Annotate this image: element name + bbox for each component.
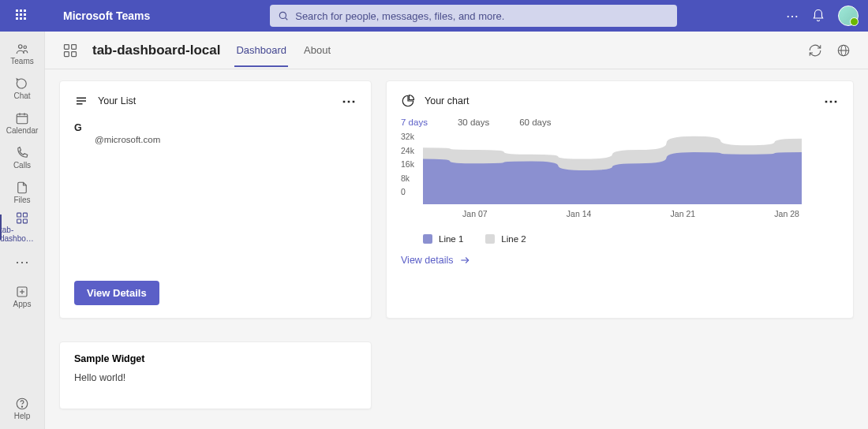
more-icon: ⋯ [15, 255, 30, 269]
svg-rect-4 [17, 114, 28, 124]
search-placeholder: Search for people, messages, files, and … [295, 10, 504, 22]
calendar-icon [15, 111, 29, 125]
rail-item-chat[interactable]: Chat [0, 73, 44, 104]
list-icon [74, 94, 88, 108]
range-30-days[interactable]: 30 days [458, 118, 489, 127]
top-bar: Microsoft Teams Search for people, messa… [0, 0, 868, 32]
app-launcher-icon[interactable] [16, 9, 28, 22]
globe-icon[interactable] [836, 43, 851, 58]
rail-item-calendar[interactable]: Calendar [0, 107, 44, 139]
list-primary: G [74, 122, 357, 133]
search-wrap: Search for people, messages, files, and … [270, 5, 677, 27]
rail-item-calls[interactable]: Calls [0, 142, 44, 173]
svg-rect-11 [23, 219, 27, 223]
tab-app-icon [62, 43, 78, 58]
apps-add-icon [15, 285, 29, 299]
chart-svg [423, 132, 802, 204]
rail-label: Chat [13, 91, 30, 100]
app-rail: Teams Chat Calendar Calls Files tab-dash… [0, 32, 45, 429]
help-icon [15, 397, 29, 411]
x-tick: Jan 21 [671, 209, 696, 218]
swatch-line2 [485, 234, 495, 244]
sample-widget-title: Sample Widget [74, 353, 357, 364]
files-icon [15, 181, 29, 195]
legend-label: Line 1 [439, 234, 463, 244]
svg-rect-9 [23, 213, 27, 217]
svg-point-0 [280, 12, 286, 18]
svg-rect-19 [65, 51, 69, 56]
tab-title: tab-dashboard-local [92, 43, 220, 58]
brand-label: Microsoft Teams [63, 9, 150, 22]
rail-label: tab-dashbo… [0, 226, 44, 243]
calls-icon [15, 146, 29, 160]
svg-point-16 [21, 406, 22, 407]
rail-label: Calendar [6, 126, 39, 135]
rail-item-apps[interactable]: Apps [0, 281, 44, 312]
rail-item-teams[interactable]: Teams [0, 38, 44, 69]
svg-point-2 [19, 45, 23, 49]
chart-legend: Line 1 Line 2 [423, 234, 839, 244]
chart-range-tabs: 7 days 30 days 60 days [387, 118, 853, 132]
view-details-button[interactable]: View Details [74, 281, 159, 305]
x-tick: Jan 14 [567, 209, 592, 218]
rail-label: Apps [13, 300, 32, 308]
swatch-line1 [423, 234, 432, 244]
rail-label: Help [14, 412, 31, 420]
chart-y-axis: 32k 24k 16k 8k 0 [401, 132, 414, 196]
dashboard-icon [15, 211, 29, 225]
rail-item-tab-dashboard[interactable]: tab-dashbo… [0, 211, 44, 243]
main-area: tab-dashboard-local Dashboard About Your… [45, 32, 868, 429]
rail-label: Calls [13, 161, 31, 170]
x-tick: Jan 07 [462, 209, 488, 218]
chart-card: Your chart ⋯ 7 days 30 days 60 days 32k … [386, 80, 854, 319]
legend-line1: Line 1 [423, 234, 463, 244]
refresh-icon[interactable] [808, 43, 822, 58]
svg-rect-10 [17, 219, 21, 223]
card-more-icon[interactable]: ⋯ [824, 92, 839, 110]
card-more-icon[interactable]: ⋯ [342, 92, 357, 110]
card-title: Your List [98, 95, 136, 106]
range-7-days[interactable]: 7 days [401, 118, 428, 127]
svg-point-3 [24, 46, 26, 48]
list-row: G @microsoft.com [74, 122, 357, 144]
chart-x-axis: Jan 07 Jan 14 Jan 21 Jan 28 [423, 209, 839, 218]
x-tick: Jan 28 [774, 209, 799, 218]
search-input[interactable]: Search for people, messages, files, and … [270, 5, 677, 27]
y-tick: 8k [401, 173, 414, 183]
avatar[interactable] [838, 6, 859, 26]
rail-label: Files [13, 196, 30, 204]
rail-item-files[interactable]: Files [0, 177, 44, 208]
chart-area: 32k 24k 16k 8k 0 Jan 07 Jan 14 Jan 21 Ja… [387, 132, 853, 244]
y-tick: 0 [401, 187, 414, 196]
link-label: View details [401, 255, 453, 266]
svg-rect-8 [17, 213, 21, 217]
svg-line-1 [286, 18, 288, 21]
more-icon[interactable]: ⋯ [786, 9, 799, 24]
list-card: Your List ⋯ G @microsoft.com View Detail… [59, 80, 372, 319]
rail-item-help[interactable]: Help [0, 393, 44, 424]
tab-header: tab-dashboard-local Dashboard About [45, 32, 868, 69]
pie-chart-icon [401, 94, 415, 108]
view-details-link[interactable]: View details [387, 244, 853, 277]
sample-widget-body: Hello world! [74, 372, 357, 383]
card-title: Your chart [425, 95, 470, 106]
content-grid: Your List ⋯ G @microsoft.com View Detail… [45, 69, 868, 429]
rail-label: Teams [10, 57, 33, 65]
svg-rect-17 [65, 44, 69, 49]
rail-more[interactable]: ⋯ [0, 246, 44, 278]
bell-icon[interactable] [811, 9, 825, 23]
sample-widget-card: Sample Widget Hello world! [59, 341, 372, 409]
y-tick: 16k [401, 159, 414, 169]
svg-rect-20 [72, 51, 77, 56]
range-60-days[interactable]: 60 days [519, 118, 551, 127]
tab-dashboard[interactable]: Dashboard [234, 33, 288, 67]
tab-about[interactable]: About [302, 33, 332, 67]
search-icon [278, 10, 289, 21]
svg-rect-18 [72, 44, 77, 49]
y-tick: 24k [401, 146, 414, 155]
legend-line2: Line 2 [485, 234, 526, 244]
teams-icon [15, 42, 29, 56]
chat-icon [15, 76, 29, 91]
list-secondary: @microsoft.com [74, 135, 357, 144]
arrow-right-icon [459, 255, 470, 266]
